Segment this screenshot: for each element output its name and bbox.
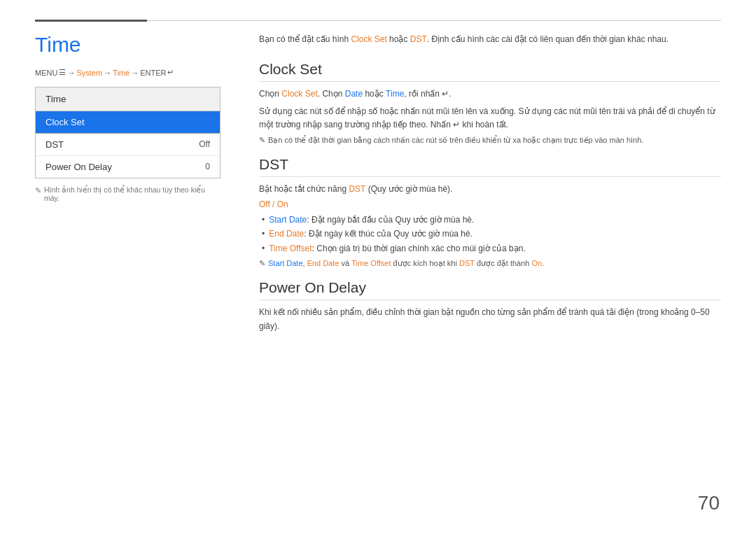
dst-bullet-time-offset: • Time Offset: Chọn giá trị bù thời gian… [262,241,721,255]
clock-set-body2: Sử dụng các nút số để nhập số hoặc nhấn … [259,105,721,133]
clock-set-note-text: Bạn có thể đặt thời gian bằng cách nhấn … [268,136,643,145]
menu-box: Time Clock Set DST Off Power On Delay 0 [35,87,220,178]
right-column: Bạn có thể đặt cấu hình Clock Set hoặc D… [252,33,721,345]
breadcrumb-time: Time [113,69,130,77]
intro-text: Bạn có thể đặt cấu hình Clock Set hoặc D… [259,33,721,47]
section-dst-title: DST [259,156,721,177]
intro-clockset: Clock Set [351,34,386,44]
section-power-on-delay-title: Power On Delay [259,279,721,300]
clock-set-note-icon: ✎ [259,136,265,145]
clock-set-body1: Chọn Clock Set. Chọn Date hoặc Time, rồi… [259,87,721,101]
menu-item-dst-label: DST [46,139,64,150]
page-title: Time [35,33,238,57]
note-icon: ✎ [35,186,41,195]
dst-note-text: Start Date, End Date và Time Offset được… [268,259,544,268]
breadcrumb-menu: MENU [35,69,57,77]
breadcrumb: MENU ☰ → System → Time → ENTER ↵ [35,68,238,77]
menu-item-power-on-delay-label: Power On Delay [46,162,112,172]
dst-note-icon: ✎ [259,259,265,268]
menu-item-power-on-delay-value: 0 [205,162,210,172]
section-clock-set: Clock Set Chọn Clock Set. Chọn Date hoặc… [259,61,721,145]
menu-note: ✎ Hình ảnh hiển thị có thể khác nhau tùy… [35,185,220,202]
breadcrumb-enter-icon: ↵ [167,68,174,77]
menu-item-clock-set[interactable]: Clock Set [36,111,220,134]
menu-item-clock-set-label: Clock Set [46,117,85,127]
page-number: 70 [698,492,720,514]
section-clock-set-title: Clock Set [259,61,721,82]
section-dst: DST Bật hoặc tắt chức năng DST (Quy ước … [259,156,721,268]
menu-box-title: Time [36,87,220,111]
dst-bullet-start-date: • Start Date: Đặt ngày bắt đầu của Quy ư… [262,213,721,227]
breadcrumb-arrow1: → [67,69,75,77]
dst-bullet-list: • Start Date: Đặt ngày bắt đầu của Quy ư… [259,213,721,255]
breadcrumb-system: System [76,69,102,77]
clock-set-note: ✎ Bạn có thể đặt thời gian bằng cách nhấ… [259,136,721,145]
breadcrumb-arrow2: → [104,69,111,77]
breadcrumb-arrow3: → [131,69,139,77]
section-power-on-delay: Power On Delay Khi kết nối nhiều sản phẩ… [259,279,721,334]
power-on-delay-body: Khi kết nối nhiều sản phẩm, điều chỉnh t… [259,306,721,334]
breadcrumb-enter: ENTER [140,69,166,77]
left-column: Time MENU ☰ → System → Time → ENTER ↵ Ti… [35,33,252,345]
dst-bullet-end-date: • End Date: Đặt ngày kết thúc của Quy ướ… [262,227,721,241]
note-text: Hình ảnh hiển thị có thể khác nhau tùy t… [44,185,220,202]
breadcrumb-menu-icon: ☰ [59,68,66,77]
dst-body1: Bật hoặc tắt chức năng DST (Quy ước giờ … [259,183,721,197]
menu-item-dst[interactable]: DST Off [36,134,220,156]
dst-note: ✎ Start Date, End Date và Time Offset đư… [259,259,721,268]
dst-off-on: Off / On [259,199,721,209]
menu-item-power-on-delay[interactable]: Power On Delay 0 [36,156,220,178]
intro-dst: DST [410,34,427,44]
menu-item-dst-value: Off [199,139,210,150]
